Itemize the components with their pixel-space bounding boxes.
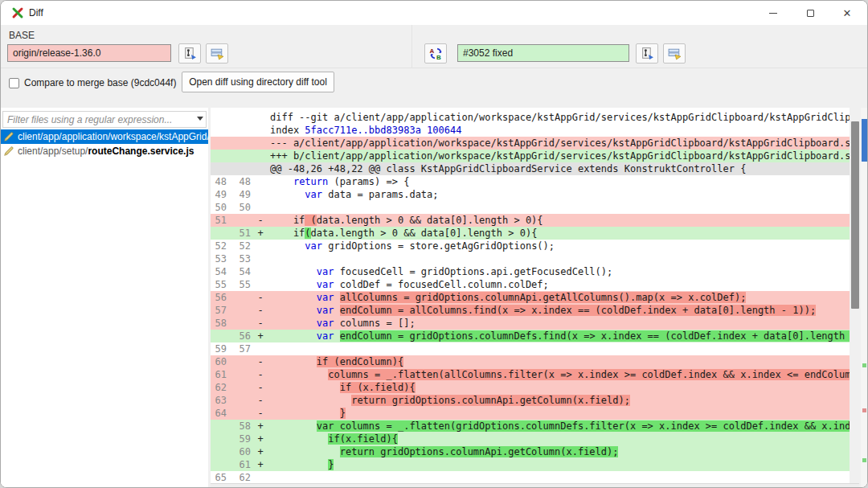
line-number-old xyxy=(211,458,227,471)
overview-viewport-marker[interactable] xyxy=(862,119,867,162)
diff-horizontal-scrollbar[interactable] xyxy=(211,483,859,487)
change-marker: - xyxy=(251,304,270,317)
diff-window: Diff ✕ BASE xyxy=(0,0,868,488)
swap-base-compare-button[interactable]: A B xyxy=(424,43,447,64)
change-marker xyxy=(251,201,270,214)
diff-row: 51- if (data.length > 0 && data[0].lengt… xyxy=(211,214,850,227)
close-icon[interactable]: ✕ xyxy=(829,1,866,25)
base-ref-input[interactable] xyxy=(7,44,171,62)
diff-row: 62- if (x.field){ xyxy=(211,381,850,394)
change-marker xyxy=(251,342,270,355)
diff-row: 59+ if(x.field){ xyxy=(211,433,850,445)
file-filter-input[interactable] xyxy=(3,112,193,127)
diff-row: 61+ } xyxy=(211,458,850,471)
diff-row: --- a/client/app/application/workspace/k… xyxy=(211,137,850,150)
diff-row: 56- var allColumns = gridOptions.columnA… xyxy=(211,291,850,304)
overview-change-marker[interactable] xyxy=(862,363,866,367)
line-number-new: 52 xyxy=(227,240,251,252)
select-branch-button[interactable] xyxy=(178,43,201,64)
change-marker: - xyxy=(251,394,270,407)
diff-row: 61- columns = _.flatten(allColumns.filte… xyxy=(211,368,850,381)
code-text: var data = params.data; xyxy=(270,188,850,201)
change-marker xyxy=(251,175,270,188)
change-marker xyxy=(251,252,270,265)
line-number-old xyxy=(211,150,227,162)
line-number-new: 55 xyxy=(227,278,251,291)
diff-viewer[interactable]: diff --git a/client/app/application/work… xyxy=(211,108,850,487)
swap-ab-icon: A B xyxy=(429,47,443,60)
line-number-old: 52 xyxy=(211,240,227,252)
diff-row: 6562 xyxy=(211,471,850,484)
overview-change-marker[interactable] xyxy=(862,458,866,462)
diff-row: 5957 xyxy=(211,342,850,355)
diff-row: diff --git a/client/app/application/work… xyxy=(211,111,850,124)
minimize-icon[interactable] xyxy=(755,1,792,25)
line-number-new: 60 xyxy=(227,445,251,458)
diff-row: 4848 return (params) => { xyxy=(211,175,850,188)
svg-text:A: A xyxy=(429,47,434,55)
maximize-icon[interactable] xyxy=(792,1,829,25)
change-marker: + xyxy=(251,227,270,240)
line-number-new xyxy=(227,291,251,304)
file-sidebar: client/app/application/workspace/kstAppG… xyxy=(1,108,208,487)
line-number-old xyxy=(211,137,227,150)
change-marker: - xyxy=(251,368,270,381)
line-number-old xyxy=(211,420,227,433)
select-commit-button[interactable] xyxy=(206,43,228,64)
diff-row: 5252 var gridOptions = store.getAgGridOp… xyxy=(211,240,850,252)
change-marker: + xyxy=(251,330,270,342)
file-list: client/app/application/workspace/kstAppG… xyxy=(1,129,208,487)
base-group: BASE xyxy=(1,25,412,68)
file-list-item[interactable]: client/app/setup/routeChange.service.js xyxy=(1,144,208,158)
line-number-new xyxy=(227,111,251,124)
code-text: if (x.field){ xyxy=(270,381,850,394)
line-number-new: 58 xyxy=(227,420,251,433)
change-marker: - xyxy=(251,317,270,330)
open-directory-diff-button[interactable]: Open diff using directory diff tool xyxy=(182,72,334,92)
base-label: BASE xyxy=(9,30,35,41)
merge-base-checkbox[interactable] xyxy=(9,78,19,88)
line-number-new xyxy=(227,214,251,227)
code-text: columns = _.flatten(allColumns.filter(x … xyxy=(270,368,850,381)
code-text xyxy=(270,252,850,265)
code-text xyxy=(270,201,850,214)
compare-ref-input[interactable] xyxy=(457,44,629,62)
change-marker xyxy=(251,137,270,150)
line-number-old: 58 xyxy=(211,317,227,330)
line-number-old: 48 xyxy=(211,175,227,188)
code-text: var columns = _.flatten(gridOptions.colu… xyxy=(270,420,850,433)
code-text: var endColumn = gridOptions.columnDefs.f… xyxy=(270,330,850,342)
diff-row: 5353 xyxy=(211,252,850,265)
line-number-old xyxy=(211,330,227,342)
code-text xyxy=(270,471,850,484)
diff-overview-strip[interactable] xyxy=(861,108,868,487)
line-number-new xyxy=(227,124,251,137)
diff-row: 4949 var data = params.data; xyxy=(211,188,850,201)
file-list-item[interactable]: client/app/application/workspace/kstAppG… xyxy=(1,129,208,144)
line-number-old: 59 xyxy=(211,342,227,355)
file-filter-combobox[interactable] xyxy=(2,111,207,128)
line-number-new: 59 xyxy=(227,433,251,445)
line-number-old xyxy=(211,111,227,124)
select-commit-button[interactable] xyxy=(663,43,686,64)
line-number-old: 51 xyxy=(211,214,227,227)
line-number-new xyxy=(227,394,251,407)
change-marker xyxy=(251,471,270,484)
code-text: @@ -48,26 +48,22 @@ class KstAppGridClip… xyxy=(270,162,850,175)
line-number-new: 49 xyxy=(227,188,251,201)
diff-vertical-scrollbar[interactable] xyxy=(850,108,861,487)
select-branch-button[interactable] xyxy=(636,43,658,64)
diff-row: @@ -48,26 +48,22 @@ class KstAppGridClip… xyxy=(211,162,850,175)
line-number-old: 60 xyxy=(211,355,227,368)
line-number-new xyxy=(227,137,251,150)
line-number-new: 50 xyxy=(227,201,251,214)
select-branch-icon xyxy=(641,47,654,60)
line-number-new: 57 xyxy=(227,342,251,355)
code-text: var allColumns = gridOptions.columnApi.g… xyxy=(270,291,850,304)
line-number-new: 62 xyxy=(227,471,251,484)
titlebar: Diff ✕ xyxy=(1,1,867,25)
dropdown-arrow-icon[interactable] xyxy=(197,117,203,121)
line-number-new: 51 xyxy=(227,227,251,240)
scrollbar-thumb[interactable] xyxy=(851,121,859,309)
overview-change-marker[interactable] xyxy=(862,408,866,412)
